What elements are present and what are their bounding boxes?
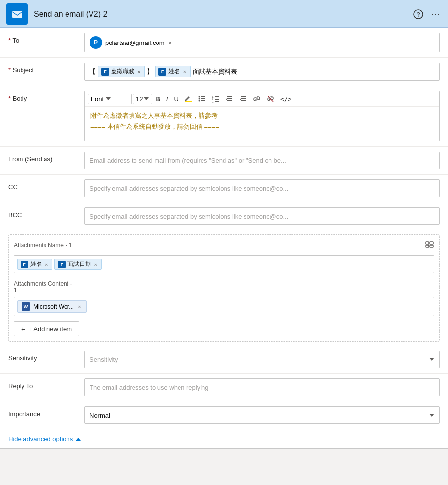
highlight-button[interactable]: [182, 93, 195, 104]
reply-to-input[interactable]: The email addresses to use when replying: [84, 378, 440, 396]
attachments-layout-button[interactable]: [425, 240, 434, 251]
to-row: To P polartsai@gmail.com ×: [0, 28, 448, 58]
font-selector[interactable]: Font: [88, 94, 132, 104]
sensitivity-field: Sensitivity: [84, 351, 440, 368]
from-input[interactable]: Email address to send mail from (require…: [84, 152, 440, 169]
svg-rect-1: [12, 11, 22, 18]
attachments-section: Attachments Name - 1 F 姓名 ×: [8, 234, 440, 342]
hide-advanced-row[interactable]: Hide advanced options: [0, 429, 448, 448]
app-container: Send an email (V2) 2 ? ⋯ To P polartsai@…: [0, 0, 448, 449]
underline-button[interactable]: U: [171, 94, 180, 104]
attachments-content-input[interactable]: W Microsoft Wor... ×: [14, 297, 434, 316]
font-size-selector[interactable]: 12: [133, 94, 152, 104]
sensitivity-chevron-icon: [429, 358, 434, 361]
to-avatar: P: [90, 36, 102, 49]
app-icon: [6, 3, 28, 25]
reply-to-row: Reply To The email addresses to use when…: [0, 374, 448, 401]
subject-input-box[interactable]: 【 F 應徵職務 × 】 F 姓名 × 面試基本資料表: [84, 63, 440, 81]
font-size-value: 12: [136, 95, 143, 103]
remove-link-button[interactable]: [264, 93, 277, 104]
subject-tag-2: F 姓名 ×: [155, 66, 190, 77]
to-email: polartsai@gmail.com: [105, 39, 165, 46]
svg-rect-18: [227, 98, 232, 99]
increase-indent-button[interactable]: [237, 93, 249, 104]
attachment-name-tag1-icon: F: [21, 261, 28, 268]
attachments-content-area: Attachments Content - 1 W Microsoft Wor.…: [14, 280, 434, 316]
body-label: Body: [8, 91, 84, 102]
add-new-icon: +: [21, 325, 25, 333]
attachments-content-label: Attachments Content - 1: [14, 280, 434, 294]
svg-rect-19: [227, 100, 232, 101]
help-button[interactable]: ?: [411, 7, 425, 21]
header: Send an email (V2) 2 ? ⋯: [0, 0, 448, 28]
importance-select[interactable]: Normal: [84, 406, 440, 424]
to-label: To: [8, 33, 84, 44]
word-attachment-remove[interactable]: ×: [77, 304, 82, 309]
bcc-label: BCC: [8, 207, 84, 219]
add-new-item-button[interactable]: + + Add new item: [14, 321, 79, 336]
to-remove-button[interactable]: ×: [168, 40, 173, 45]
decrease-indent-button[interactable]: [223, 93, 236, 104]
ordered-list-button[interactable]: 1.2.3.: [209, 93, 222, 104]
sensitivity-select[interactable]: Sensitivity: [84, 351, 440, 368]
attachments-name-input[interactable]: F 姓名 × F 面試日期 ×: [14, 255, 434, 273]
hide-advanced-chevron-icon: [76, 438, 81, 441]
bcc-input[interactable]: Specify email addresses separated by sem…: [84, 207, 440, 225]
attachment-name-tag-1: F 姓名 ×: [17, 259, 52, 270]
unordered-list-button[interactable]: [196, 93, 208, 104]
bold-button[interactable]: B: [153, 94, 162, 104]
subject-tag2-remove[interactable]: ×: [182, 69, 187, 75]
to-input-box[interactable]: P polartsai@gmail.com ×: [84, 33, 440, 52]
to-field: P polartsai@gmail.com ×: [84, 33, 440, 52]
svg-rect-26: [426, 245, 429, 247]
body-editor[interactable]: Font 12 B I U: [84, 91, 440, 141]
attachment-name-tag2-text: 面試日期: [67, 260, 91, 268]
bcc-placeholder: Specify email addresses separated by sem…: [90, 213, 288, 220]
svg-rect-27: [430, 245, 433, 247]
sensitivity-label: Sensitivity: [8, 351, 84, 362]
body-line-2: ==== 本信件為系統自動發放，請勿回信 ====: [90, 122, 433, 131]
attachment-name-tag-2: F 面試日期 ×: [54, 259, 101, 270]
form-body: To P polartsai@gmail.com × Subject 【 F 應…: [0, 28, 448, 448]
attachment-name-tag1-text: 姓名: [30, 260, 42, 268]
svg-text:?: ?: [417, 11, 420, 18]
svg-rect-4: [185, 101, 192, 102]
more-options-button[interactable]: ⋯: [429, 7, 442, 22]
subject-tag2-icon: F: [158, 68, 166, 76]
svg-rect-6: [201, 96, 205, 97]
source-code-button[interactable]: </>: [278, 94, 294, 104]
body-row: Body Font 12 B I: [0, 86, 448, 147]
sensitivity-row: Sensitivity Sensitivity: [0, 346, 448, 374]
subject-tag-1: F 應徵職務 ×: [98, 66, 145, 77]
cc-label: CC: [8, 179, 84, 191]
body-line-1: 附件為應徵者填寫之人事基本資料表，請參考: [90, 111, 433, 120]
svg-point-5: [198, 96, 200, 98]
svg-rect-14: [215, 99, 219, 100]
reply-to-placeholder: The email addresses to use when replying: [90, 384, 209, 391]
svg-point-9: [198, 100, 200, 102]
subject-tag1-remove[interactable]: ×: [136, 69, 141, 75]
word-icon: W: [22, 302, 30, 311]
cc-row: CC Specify email addresses separated by …: [0, 175, 448, 202]
subject-bracket-close: 】: [147, 67, 153, 76]
subject-tag1-icon: F: [101, 68, 109, 76]
from-placeholder: Email address to send mail from (require…: [90, 157, 286, 164]
from-row: From (Send as) Email address to send mai…: [0, 147, 448, 175]
attachments-name-header: Attachments Name - 1: [14, 240, 434, 251]
italic-button[interactable]: I: [164, 94, 171, 104]
attachments-name-label: Attachments Name - 1: [14, 242, 72, 249]
cc-placeholder: Specify email addresses separated by sem…: [90, 185, 288, 192]
attachment-name-tag2-remove[interactable]: ×: [93, 262, 98, 267]
sensitivity-value: Sensitivity: [90, 356, 118, 363]
from-field: Email address to send mail from (require…: [84, 152, 440, 169]
svg-rect-12: [215, 96, 219, 97]
add-new-label: + Add new item: [28, 325, 72, 332]
svg-rect-20: [241, 96, 246, 97]
body-content[interactable]: 附件為應徵者填寫之人事基本資料表，請參考 ==== 本信件為系統自動發放，請勿回…: [85, 107, 439, 141]
bcc-field: Specify email addresses separated by sem…: [84, 207, 440, 225]
attachment-name-tag1-remove[interactable]: ×: [44, 262, 49, 267]
cc-input[interactable]: Specify email addresses separated by sem…: [84, 179, 440, 197]
svg-rect-22: [241, 100, 246, 101]
insert-link-button[interactable]: [250, 93, 263, 104]
reply-to-field: The email addresses to use when replying: [84, 378, 440, 396]
